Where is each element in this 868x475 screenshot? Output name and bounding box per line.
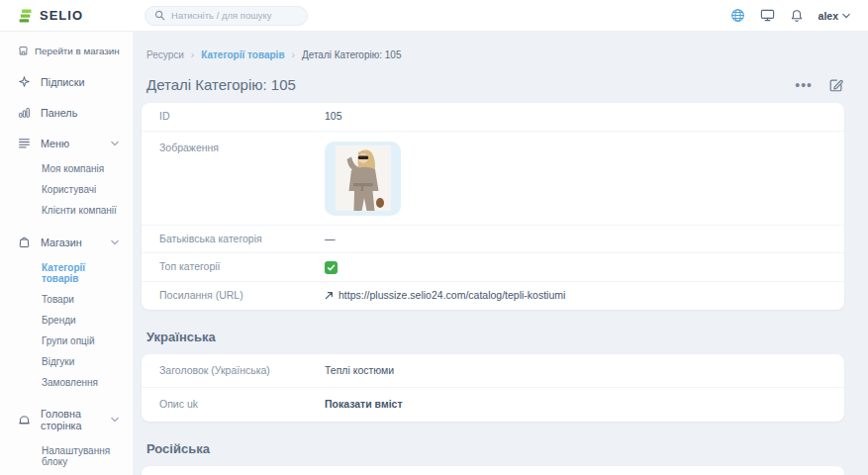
sidebar-subitem-products[interactable]: Товари: [0, 289, 133, 310]
chevron-down-icon: [111, 239, 119, 245]
sidebar-item-menu[interactable]: Меню: [0, 128, 133, 158]
sidebar-go-to-store-link[interactable]: Перейти в магазин: [0, 38, 133, 66]
field-value: —: [325, 233, 336, 246]
sparkles-icon: [17, 75, 31, 88]
bar-chart-icon: [17, 106, 31, 119]
logo-text: SELIO: [40, 8, 83, 23]
go-to-store-label: Перейти в магазин: [35, 46, 120, 56]
header-actions: alex: [730, 8, 850, 23]
sidebar-item-label: Підписки: [41, 76, 119, 88]
field-label: Заголовок (Українська): [159, 364, 325, 378]
sidebar: Перейти в магазин Підписки: [0, 32, 134, 475]
home-page-icon: [17, 414, 31, 427]
category-details-card: ID 105 Зображення: [142, 103, 844, 310]
more-actions-button[interactable]: •••: [795, 80, 813, 90]
section-title-ukrainian: Українська: [146, 330, 844, 344]
sidebar-subitem-block-settings[interactable]: Налаштування блоку: [0, 440, 133, 472]
shopping-bag-icon: [17, 236, 31, 248]
sidebar-subitem-reviews[interactable]: Відгуки: [0, 351, 133, 372]
globe-icon[interactable]: [730, 8, 745, 23]
title-row: Деталі Категорію: 105 •••: [146, 76, 844, 93]
sidebar-subitem-users[interactable]: Користувачі: [0, 179, 133, 200]
search-icon: [154, 10, 165, 21]
breadcrumb-resources[interactable]: Ресурси: [146, 49, 184, 60]
category-url-link[interactable]: https://plussize.selio24.com/catalog/tep…: [338, 289, 565, 303]
sidebar-item-home-page[interactable]: Головна сторінка: [0, 399, 133, 440]
field-label: Батьківська категорія: [159, 233, 325, 246]
selio-logo-icon: [18, 8, 34, 24]
ukrainian-card: Заголовок (Українська) Теплі костюми Опи…: [142, 354, 844, 422]
field-label: Посилання (URL): [159, 289, 325, 303]
hamburger-icon: [17, 137, 31, 149]
main-content: Ресурси › Категорії товарів › Деталі Кат…: [134, 32, 868, 475]
top-bar: SELIO Натисніть / для пошуку: [0, 0, 868, 32]
edit-pencil-icon: [828, 77, 844, 93]
bell-icon[interactable]: [790, 9, 804, 23]
category-image-thumbnail[interactable]: [325, 142, 401, 216]
uk-heading-row: Заголовок (Українська) Теплі костюми: [142, 354, 844, 389]
detail-row-url: Посилання (URL) https://plussize.selio24…: [142, 282, 844, 310]
external-link-icon: [325, 291, 334, 300]
display-icon[interactable]: [760, 8, 775, 23]
user-menu[interactable]: alex: [819, 10, 850, 22]
category-photo: [335, 145, 392, 211]
detail-row-image: Зображення: [142, 132, 844, 226]
check-icon: [327, 263, 336, 272]
field-label: Топ категорії: [159, 260, 325, 274]
field-label: Зображення: [159, 140, 325, 155]
sidebar-subitem-option-groups[interactable]: Групи опцій: [0, 331, 133, 351]
top-category-checkbox[interactable]: [325, 261, 338, 274]
chevron-down-icon: [111, 417, 119, 423]
breadcrumb: Ресурси › Категорії товарів › Деталі Кат…: [146, 49, 844, 60]
page-title: Деталі Категорію: 105: [146, 76, 296, 93]
show-content-link-uk[interactable]: Показати вміст: [325, 398, 403, 412]
sidebar-subitem-orders[interactable]: Замовлення: [0, 372, 133, 393]
section-title-russian: Російська: [146, 441, 844, 456]
field-value: Теплі костюми: [325, 364, 394, 378]
admin-app: SELIO Натисніть / для пошуку: [0, 0, 868, 475]
ru-heading-row: Заголовок (Російська) Тёплые костюмы: [142, 466, 844, 475]
sidebar-subitem-my-company[interactable]: Моя компанія: [0, 158, 133, 179]
page-actions: •••: [795, 77, 844, 93]
field-label: ID: [159, 110, 325, 124]
chevron-down-icon: [111, 141, 119, 146]
breadcrumb-product-categories[interactable]: Категорії товарів: [201, 49, 284, 60]
sidebar-subitem-product-categories[interactable]: Категорії товарів: [0, 257, 133, 289]
edit-button[interactable]: [828, 77, 844, 93]
app-logo[interactable]: SELIO: [18, 8, 83, 24]
sidebar-item-label: Магазин: [41, 237, 101, 248]
chevron-down-icon: [842, 13, 850, 19]
sidebar-item-label: Головна сторінка: [41, 408, 101, 431]
sidebar-subitem-brands[interactable]: Бренди: [0, 310, 133, 331]
detail-row-parent-category: Батьківська категорія —: [142, 226, 844, 254]
uk-description-row: Опис uk Показати вміст: [142, 388, 844, 422]
user-name: alex: [819, 10, 838, 22]
sidebar-subitem-company-clients[interactable]: Клієнти компанії: [0, 200, 133, 221]
field-value: 105: [325, 110, 342, 124]
sidebar-item-shop[interactable]: Магазин: [0, 227, 133, 257]
breadcrumb-current: Деталі Категорію: 105: [302, 49, 402, 60]
sidebar-item-label: Панель: [41, 107, 119, 119]
search-input[interactable]: Натисніть / для пошуку: [145, 6, 308, 26]
breadcrumb-separator: ›: [191, 49, 194, 60]
breadcrumb-separator: ›: [292, 49, 295, 60]
detail-row-top-category: Топ категорії: [142, 253, 844, 282]
sidebar-item-subscriptions[interactable]: Підписки: [0, 66, 133, 97]
russian-card: Заголовок (Російська) Тёплые костюмы Опи…: [142, 466, 844, 475]
detail-row-id: ID 105: [142, 103, 844, 132]
search-placeholder: Натисніть / для пошуку: [171, 10, 272, 21]
storefront-icon: [18, 46, 29, 56]
field-label: Опис uk: [159, 398, 325, 412]
sidebar-item-label: Меню: [41, 138, 101, 149]
sidebar-item-panel[interactable]: Панель: [0, 97, 133, 128]
